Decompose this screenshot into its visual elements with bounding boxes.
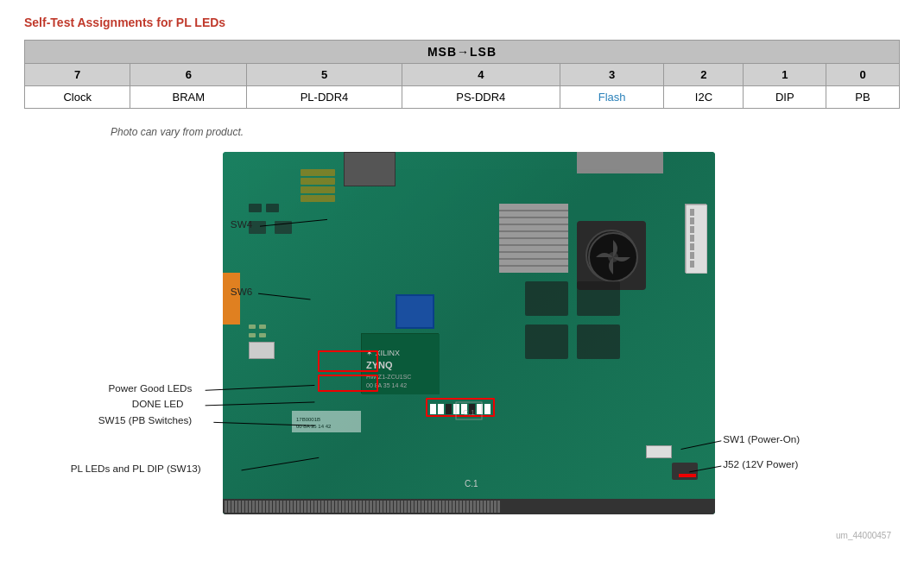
data-cell-0: Clock — [25, 86, 130, 109]
page-title: Self-Test Assignments for PL LEDs — [24, 16, 900, 29]
svg-rect-45 — [259, 333, 266, 337]
svg-rect-27 — [301, 186, 335, 193]
svg-rect-44 — [249, 333, 256, 337]
col-header-4: 4 — [402, 64, 560, 86]
photo-note: Photo can vary from product. — [111, 126, 244, 138]
svg-rect-43 — [259, 325, 266, 329]
data-cell-2: PL-DDR4 — [247, 86, 402, 109]
svg-rect-31 — [249, 221, 266, 234]
led-assignments-table: MSB→LSB 76543210 ClockBRAMPL-DDR4PS-DDR4… — [24, 40, 900, 109]
watermark: um_44000457 — [836, 531, 891, 540]
data-cell-6: DIP — [744, 86, 826, 109]
svg-text:00 8A 35 14 42: 00 8A 35 14 42 — [296, 424, 332, 429]
svg-rect-29 — [249, 204, 262, 212]
svg-rect-42 — [249, 325, 256, 329]
power-good-leds-label: Power Good LEDs — [108, 382, 192, 394]
pcb-board: ✶ XILINX ZYNQ HW-Z1-ZCU1SC 00 8A 35 14 4… — [223, 152, 715, 514]
col-header-6: 6 — [130, 64, 247, 86]
svg-rect-40 — [525, 325, 568, 359]
pl-leds-label: PL LEDs and PL DIP (SW13) — [71, 463, 201, 474]
svg-rect-25 — [301, 169, 335, 176]
col-header-5: 5 — [247, 64, 402, 86]
col-header-1: 1 — [744, 64, 826, 86]
data-cell-3: PS-DDR4 — [402, 86, 560, 109]
msb-lsb-header: MSB→LSB — [25, 41, 900, 64]
svg-text:17B0001B: 17B0001B — [296, 417, 320, 422]
svg-rect-41 — [577, 325, 620, 359]
data-cell-7: PB — [826, 86, 900, 109]
svg-rect-32 — [275, 221, 292, 234]
sw1-label: SW1 (Power-On) — [723, 433, 800, 444]
col-header-2: 2 — [664, 64, 744, 86]
col-header-0: 0 — [826, 64, 900, 86]
svg-rect-30 — [266, 204, 279, 212]
svg-rect-39 — [577, 281, 620, 316]
svg-rect-26 — [301, 178, 335, 185]
svg-rect-28 — [301, 195, 335, 202]
sw15-label: SW15 (PB Switches) — [98, 414, 193, 425]
col-header-7: 7 — [25, 64, 130, 86]
svg-text:C.1: C.1 — [463, 408, 475, 417]
j52-label: J52 (12V Power) — [723, 458, 798, 469]
svg-rect-38 — [525, 281, 568, 316]
data-cell-1: BRAM — [130, 86, 247, 109]
done-led-label: DONE LED — [132, 398, 184, 409]
board-diagram: Photo can vary from product. — [24, 126, 900, 540]
col-header-3: 3 — [560, 64, 664, 86]
data-cell-5: I2C — [664, 86, 744, 109]
data-cell-4: Flash — [560, 86, 664, 109]
